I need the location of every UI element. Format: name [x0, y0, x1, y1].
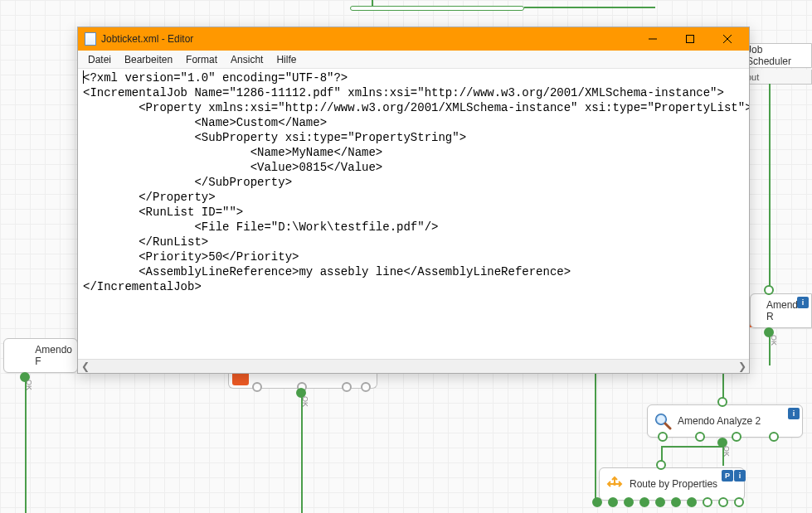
- info-badge[interactable]: i: [734, 470, 746, 482]
- menu-view[interactable]: Ansicht: [224, 52, 270, 67]
- port[interactable]: [718, 497, 728, 507]
- menu-format[interactable]: Format: [179, 52, 224, 67]
- node-label: Amendo F: [35, 344, 72, 367]
- code-line: </RunList>: [83, 235, 208, 249]
- code-line: <File File="D:\Work\testfile.pdf"/>: [83, 220, 438, 234]
- resize-handle[interactable]: [361, 382, 371, 392]
- scrollbar-track[interactable]: [92, 360, 735, 374]
- port[interactable]: [769, 432, 779, 442]
- port[interactable]: [703, 497, 712, 507]
- svg-point-3: [613, 482, 616, 486]
- info-glyph: i: [793, 409, 795, 418]
- magnifier-icon: [653, 411, 673, 431]
- resize-handle[interactable]: [252, 382, 262, 392]
- svg-line-2: [665, 423, 670, 428]
- node-label: Job Scheduler: [746, 44, 806, 67]
- close-button[interactable]: [708, 27, 746, 51]
- minimize-button[interactable]: [634, 27, 671, 51]
- port[interactable]: [592, 497, 602, 507]
- code-line: <Property xmlns:xsi="http://www.w3.org/2…: [83, 101, 749, 114]
- flow-line: [769, 84, 771, 294]
- code-line: <Value>0815</Value>: [83, 161, 382, 174]
- editor-textarea[interactable]: <?xml version="1.0" encoding="UTF-8"?> <…: [78, 69, 749, 359]
- maximize-button[interactable]: [671, 27, 708, 51]
- info-badge[interactable]: i: [788, 408, 800, 419]
- scroll-left-button[interactable]: ❮: [78, 360, 92, 374]
- scroll-right-button[interactable]: ❯: [735, 360, 749, 374]
- titlebar[interactable]: Jobticket.xml - Editor: [78, 27, 749, 51]
- port[interactable]: [695, 432, 705, 442]
- ok-label: OK: [770, 335, 778, 346]
- port[interactable]: [608, 497, 618, 507]
- p-badge[interactable]: P: [722, 470, 733, 482]
- route-arrows-icon: [605, 474, 625, 494]
- info-glyph: i: [802, 298, 805, 307]
- port[interactable]: [734, 497, 744, 507]
- menu-file[interactable]: Datei: [81, 52, 118, 67]
- flow-line: [722, 446, 724, 466]
- node-job-scheduler[interactable]: Job Scheduler: [741, 43, 812, 68]
- flow-line: [769, 336, 771, 365]
- code-line: <AssemblyLineReference>my assebly line</…: [83, 265, 571, 278]
- p-glyph: P: [725, 472, 730, 480]
- port[interactable]: [658, 432, 668, 442]
- node-label: Route by Properties: [630, 478, 717, 490]
- port[interactable]: [624, 497, 634, 507]
- code-line: <RunList ID="">: [83, 206, 243, 219]
- partial-node-top: [350, 6, 524, 11]
- horizontal-scrollbar[interactable]: ❮ ❯: [78, 359, 749, 373]
- code-line: </Property>: [83, 191, 216, 204]
- code-line: <SubProperty xsi:type="PropertyString">: [83, 131, 466, 144]
- info-badge[interactable]: i: [797, 297, 809, 308]
- code-line: <Name>MyName</Name>: [83, 146, 382, 159]
- code-line: <Name>Custom</Name>: [83, 116, 327, 129]
- window-title: Jobticket.xml - Editor: [101, 33, 634, 45]
- menu-edit[interactable]: Bearbeiten: [118, 52, 179, 67]
- node-amendo-analyze[interactable]: Amendo Analyze 2: [647, 404, 803, 438]
- text-caret: [83, 70, 84, 84]
- code-line: <?xml version="1.0" encoding="UTF-8"?>: [83, 71, 348, 85]
- port[interactable]: [639, 497, 649, 507]
- node-amendo-f[interactable]: Amendo F: [3, 338, 78, 373]
- flow-line: [524, 7, 655, 8]
- code-line: <IncrementalJob Name="1286-11112.pdf" xm…: [83, 86, 724, 99]
- editor-window: Jobticket.xml - Editor Datei Bearbeiten …: [77, 27, 750, 374]
- node-job-scheduler-sub: out: [741, 70, 812, 85]
- port[interactable]: [687, 497, 697, 507]
- svg-rect-5: [686, 36, 693, 43]
- document-icon: [85, 32, 96, 46]
- flow-line: [25, 380, 27, 513]
- port[interactable]: [764, 285, 774, 295]
- info-glyph: i: [739, 472, 741, 480]
- port[interactable]: [671, 497, 681, 507]
- code-line: </IncrementalJob>: [83, 280, 202, 293]
- port[interactable]: [717, 397, 727, 407]
- flow-line: [301, 396, 303, 513]
- code-line: <Priority>50</Priority>: [83, 250, 299, 264]
- flow-line: [661, 446, 722, 448]
- resize-handle[interactable]: [342, 382, 352, 392]
- node-label: Amendo Analyze 2: [678, 415, 761, 427]
- port[interactable]: [656, 460, 666, 470]
- port[interactable]: [655, 497, 665, 507]
- port[interactable]: [732, 432, 741, 442]
- menubar: Datei Bearbeiten Format Ansicht Hilfe: [78, 51, 749, 69]
- code-line: </SubProperty>: [83, 176, 292, 189]
- menu-help[interactable]: Hilfe: [270, 52, 303, 67]
